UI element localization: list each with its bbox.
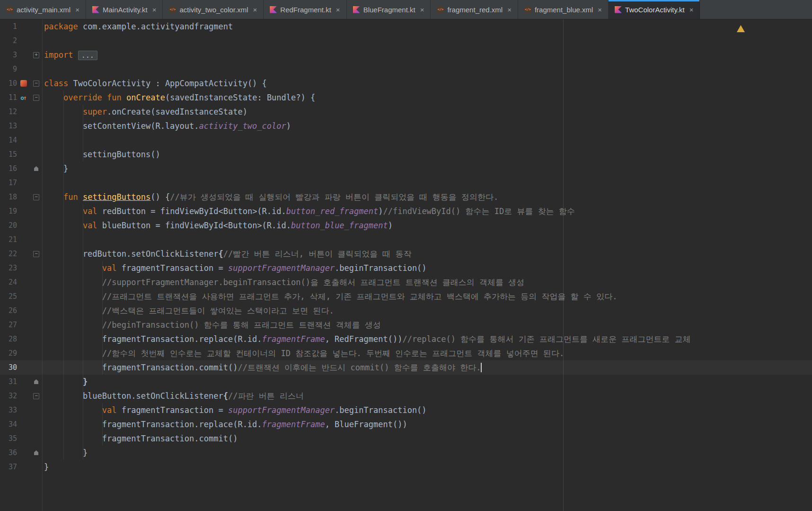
code-text: settingButtons()	[42, 147, 812, 161]
code-line[interactable]: 1package com.example.activityandfragment	[0, 19, 812, 34]
code-segment: supportFragmentManager	[228, 263, 335, 273]
fold-end-marker[interactable]	[34, 379, 38, 384]
code-segment	[44, 107, 83, 117]
tab-close-icon[interactable]: ×	[689, 6, 694, 14]
code-line[interactable]: 31 }	[0, 375, 812, 389]
tab-RedFragment.kt[interactable]: RedFragment.kt×	[264, 0, 346, 19]
fold-marker-collapsed[interactable]: +	[33, 52, 39, 58]
code-segment: //뷰가 생성되었을 때 실행되어 빨강과 파랑 버튼이 클릭되었을 때 행동을…	[170, 192, 498, 202]
code-line[interactable]: 35 fragmentTransaction.commit()	[0, 431, 812, 446]
code-segment: com.example.activityandfragment	[78, 22, 233, 31]
android-component-icon[interactable]	[20, 80, 27, 87]
line-number: 32	[0, 389, 17, 403]
code-segment: () {	[150, 192, 170, 202]
code-segment	[78, 192, 83, 202]
tab-activity_two_color.xml[interactable]: </>activity_two_color.xml×	[163, 0, 264, 19]
code-line[interactable]: 28 fragmentTransaction.replace(R.id.frag…	[0, 332, 812, 346]
code-line[interactable]: 19 val redButton = findViewById<Button>(…	[0, 204, 812, 218]
kotlin-file-icon	[615, 6, 622, 13]
code-line[interactable]: 14	[0, 133, 812, 147]
tab-close-icon[interactable]: ×	[507, 6, 512, 14]
code-line[interactable]: 25 //프래그먼트 트랜잭션을 사용하면 프래그먼트 추가, 삭제, 기존 프…	[0, 289, 812, 304]
tab-close-icon[interactable]: ×	[253, 6, 257, 14]
tab-close-icon[interactable]: ×	[598, 6, 602, 14]
tab-BlueFragment.kt[interactable]: BlueFragment.kt×	[347, 0, 431, 19]
code-segment: activity_two_color	[199, 121, 286, 131]
fold-marker-expanded[interactable]: −	[33, 95, 39, 101]
tab-activity_main.xml[interactable]: </>activity_main.xml×	[0, 0, 86, 19]
gutter: 30	[0, 360, 42, 375]
tab-close-icon[interactable]: ×	[420, 6, 424, 14]
fold-end-marker[interactable]	[34, 450, 38, 455]
active-tab-indicator	[609, 0, 699, 1]
tab-close-icon[interactable]: ×	[75, 6, 79, 14]
code-line[interactable]: 2	[0, 34, 812, 48]
code-segment: supportFragmentManager	[228, 405, 335, 415]
gutter-mark-slot: o↑	[17, 95, 30, 101]
code-line[interactable]: 12 super.onCreate(savedInstanceState)	[0, 105, 812, 119]
tab-MainActivity.kt[interactable]: MainActivity.kt×	[86, 0, 163, 19]
code-line[interactable]: 15 settingButtons()	[0, 147, 812, 161]
line-number: 24	[0, 275, 17, 289]
line-number: 28	[0, 332, 17, 346]
code-line[interactable]: 23 val fragmentTransaction = supportFrag…	[0, 261, 812, 275]
code-line[interactable]: 21	[0, 233, 812, 247]
tab-TwoColorActivity.kt[interactable]: TwoColorActivity.kt×	[609, 0, 700, 19]
code-line[interactable]: 33 val fragmentTransaction = supportFrag…	[0, 403, 812, 417]
code-line[interactable]: 13 setContentView(R.layout.activity_two_…	[0, 119, 812, 133]
code-line[interactable]: 24 //supportFragmentManager.beginTransac…	[0, 275, 812, 289]
code-line[interactable]: 34 fragmentTransaction.replace(R.id.frag…	[0, 417, 812, 431]
code-line[interactable]: 37}	[0, 460, 812, 474]
code-text: setContentView(R.layout.activity_two_col…	[42, 119, 812, 133]
tab-label: TwoColorActivity.kt	[625, 6, 685, 14]
code-line[interactable]: 22− redButton.setOnClickListener{//빨간 버튼…	[0, 247, 812, 261]
code-segment: //함수의 첫번째 인수로는 교체할 컨테이너의 ID 참조값을 넣는다. 두번…	[102, 349, 564, 358]
code-segment: }	[44, 448, 88, 457]
code-line[interactable]: 29 //함수의 첫번째 인수로는 교체할 컨테이너의 ID 참조값을 넣는다.…	[0, 346, 812, 360]
tab-fragment_blue.xml[interactable]: </>fragment_blue.xml×	[518, 0, 609, 19]
code-line[interactable]: 3+import ...	[0, 48, 812, 62]
fold-marker-expanded[interactable]: −	[33, 251, 39, 257]
code-line[interactable]: 9	[0, 62, 812, 76]
fold-end-marker[interactable]	[34, 166, 38, 171]
gutter: 9	[0, 62, 42, 76]
xml-file-icon: </>	[169, 6, 176, 13]
line-number: 11	[0, 90, 17, 105]
code-segment	[44, 292, 102, 301]
code-segment	[44, 206, 83, 216]
overriding-method-icon[interactable]: o↑	[20, 95, 27, 101]
code-text: }	[42, 161, 812, 176]
code-line[interactable]: 11o↑− override fun onCreate(savedInstanc…	[0, 90, 812, 105]
code-line[interactable]: 30 fragmentTransaction.commit()//트랜잭션 이후…	[0, 360, 812, 375]
gutter: 12	[0, 105, 42, 119]
code-line[interactable]: 18− fun settingButtons() {//뷰가 생성되었을 때 실…	[0, 190, 812, 204]
tab-close-icon[interactable]: ×	[336, 6, 340, 14]
fold-marker-expanded[interactable]: −	[33, 393, 39, 399]
code-line[interactable]: 36 }	[0, 446, 812, 460]
ide-window: </>activity_main.xml×MainActivity.kt×</>…	[0, 0, 812, 511]
fold-marker-expanded[interactable]: −	[33, 81, 39, 87]
gutter: 22−	[0, 247, 42, 261]
gutter-fold-slot: −	[30, 81, 42, 87]
code-segment: package	[44, 22, 78, 31]
gutter: 34	[0, 417, 42, 431]
tab-fragment_red.xml[interactable]: </>fragment_red.xml×	[431, 0, 518, 19]
code-line[interactable]: 27 //beginTransaction() 함수를 통해 프래그먼트 트랜잭…	[0, 318, 812, 332]
code-line[interactable]: 26 //백스택은 프래그먼트들이 쌓여있는 스택이라고 보면 된다.	[0, 304, 812, 318]
code-editor[interactable]: 1package com.example.activityandfragment…	[0, 19, 812, 511]
tab-label: activity_main.xml	[17, 6, 71, 14]
code-text	[42, 176, 812, 190]
code-segment: .onCreate(savedInstanceState)	[107, 107, 247, 117]
line-number: 12	[0, 105, 17, 119]
code-line[interactable]: 32− blueButton.setOnClickListener{//파란 버…	[0, 389, 812, 403]
code-segment: val	[102, 263, 117, 273]
tab-close-icon[interactable]: ×	[152, 6, 157, 14]
code-line[interactable]: 10−class TwoColorActivity : AppCompatAct…	[0, 76, 812, 90]
code-line[interactable]: 20 val blueButton = findViewById<Button>…	[0, 218, 812, 233]
gutter: 18−	[0, 190, 42, 204]
code-segment: (savedInstanceState: Bundle?) {	[165, 93, 315, 102]
code-line[interactable]: 17	[0, 176, 812, 190]
fold-marker-expanded[interactable]: −	[33, 194, 39, 200]
gutter: 15	[0, 147, 42, 161]
code-line[interactable]: 16 }	[0, 161, 812, 176]
